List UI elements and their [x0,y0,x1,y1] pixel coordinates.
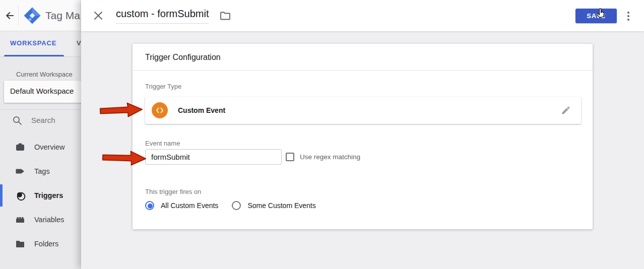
event-name-label: Event name [145,140,180,147]
mouse-cursor-icon [595,8,606,22]
sidebar-item-label: Tags [34,159,50,183]
event-name-input[interactable] [145,149,282,165]
sidebar-divider [0,109,81,110]
workspace-selector[interactable]: Default Workspace [4,81,81,103]
sidebar-item-folders[interactable]: Folders [0,232,81,256]
app-title: Tag Ma [45,0,80,31]
radio-some-custom-events[interactable] [232,201,241,210]
close-icon[interactable] [93,10,104,21]
trigger-editor-modal: custom - formSubmit SAVE Trigger Configu… [81,0,644,269]
active-tab-underline [4,55,64,56]
trigger-configuration-card: Trigger Configuration Trigger Type Custo… [133,44,593,229]
workspace-name: Default Workspace [10,87,81,95]
header-divider [18,6,19,25]
gtm-background-page: Tag Ma WORKSPACE V Current Workspace Def… [0,0,81,269]
back-arrow-icon[interactable] [4,10,16,22]
gtm-top-bar: Tag Ma [0,0,81,31]
variable-icon [15,215,25,227]
sidebar-item-label: Variables [34,208,64,232]
trigger-type-card[interactable]: Custom Event [145,97,581,124]
sidebar-item-label: Triggers [34,183,63,208]
workspace-tab-bar: WORKSPACE V [0,31,81,57]
fires-on-label: This trigger fires on [145,188,201,195]
sidebar-item-triggers[interactable]: Triggers [0,183,81,208]
current-workspace-label: Current Workspace [16,71,73,78]
trigger-type-value: Custom Event [178,106,225,114]
radio-label: All Custom Events [161,201,218,210]
radio-label: Some Custom Events [247,201,315,210]
sidebar-item-label: Folders [34,232,58,256]
annotation-arrow-trigger-type [99,101,144,121]
active-nav-indicator [0,184,3,207]
custom-event-icon [152,102,168,118]
folder-icon [15,239,25,251]
sidebar-item-tags[interactable]: Tags [0,159,81,183]
card-header: Trigger Configuration [133,44,593,71]
tag-manager-logo-icon [23,7,41,27]
trigger-icon [15,190,26,204]
move-to-folder-icon[interactable] [220,11,231,23]
tag-icon [15,166,25,178]
tab-workspace[interactable]: WORKSPACE [10,31,56,55]
pencil-icon[interactable] [561,105,571,115]
event-name-row: Use regex matching [145,149,360,165]
search-input[interactable]: Search [0,110,81,131]
card-title: Trigger Configuration [145,44,221,71]
trigger-type-label: Trigger Type [145,83,181,90]
regex-checkbox[interactable] [286,153,294,161]
tab-versions[interactable]: V [77,31,81,55]
sidebar-item-overview[interactable]: Overview [0,135,81,159]
overview-icon [15,142,25,154]
search-icon [12,115,23,126]
annotation-arrow-event-name [101,148,148,169]
radio-all-custom-events[interactable] [145,201,154,210]
sidebar-item-variables[interactable]: Variables [0,208,81,232]
more-options-icon[interactable] [624,11,633,22]
search-placeholder: Search [31,116,55,124]
fires-on-options: All Custom Events Some Custom Events [145,201,316,210]
modal-header: custom - formSubmit SAVE [81,0,644,31]
sidebar-item-label: Overview [34,135,65,159]
trigger-name-title[interactable]: custom - formSubmit [116,8,209,24]
regex-checkbox-label: Use regex matching [300,153,360,161]
